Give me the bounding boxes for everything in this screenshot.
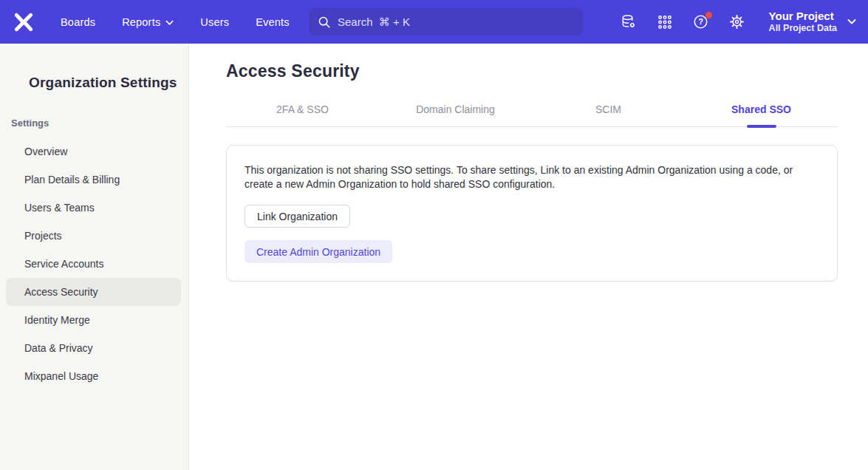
nav-link-events[interactable]: Events xyxy=(256,16,290,28)
sidebar-item-users-teams[interactable]: Users & Teams xyxy=(6,194,181,222)
project-switcher[interactable]: Your Project All Project Data xyxy=(769,10,856,34)
search-icon xyxy=(318,16,331,29)
sidebar-item-overview[interactable]: Overview xyxy=(6,137,181,166)
nav-link-users-label: Users xyxy=(200,16,229,28)
project-info: Your Project All Project Data xyxy=(769,10,837,34)
notification-dot xyxy=(705,12,712,18)
tab-scim[interactable]: SCIM xyxy=(532,103,685,126)
gear-icon[interactable] xyxy=(728,13,746,31)
access-security-tabs: 2FA & SSO Domain Claiming SCIM Shared SS… xyxy=(226,103,838,127)
shared-sso-description: This organization is not sharing SSO set… xyxy=(245,163,817,191)
project-name: Your Project xyxy=(769,10,834,23)
project-data-view: All Project Data xyxy=(769,23,837,34)
link-organization-button[interactable]: Link Organization xyxy=(245,205,350,228)
main-content: Access Security 2FA & SSO Domain Claimin… xyxy=(189,44,868,470)
search-input[interactable] xyxy=(338,16,559,28)
nav-link-reports-label: Reports xyxy=(122,16,160,28)
nav-links: Boards Reports Users Events xyxy=(61,16,290,28)
top-navbar: Boards Reports Users Events xyxy=(0,0,868,44)
apps-grid-icon[interactable] xyxy=(656,13,674,31)
sidebar-item-access-security[interactable]: Access Security xyxy=(6,278,181,306)
create-admin-organization-button[interactable]: Create Admin Organization xyxy=(245,240,392,263)
page-title: Access Security xyxy=(226,61,838,81)
sidebar-title: Organization Settings xyxy=(29,75,188,91)
svg-text:?: ? xyxy=(698,17,703,26)
search-bar[interactable] xyxy=(309,8,583,35)
nav-link-users[interactable]: Users xyxy=(200,16,229,28)
data-connections-icon[interactable] xyxy=(620,13,638,31)
nav-link-boards[interactable]: Boards xyxy=(61,16,95,28)
sidebar-item-projects[interactable]: Projects xyxy=(6,222,181,250)
tab-2fa-sso[interactable]: 2FA & SSO xyxy=(226,103,379,126)
help-icon[interactable]: ? xyxy=(692,13,710,31)
sidebar-item-identity-merge[interactable]: Identity Merge xyxy=(6,306,181,334)
sidebar-item-mixpanel-usage[interactable]: Mixpanel Usage xyxy=(6,362,181,390)
sidebar-items: Overview Plan Details & Billing Users & … xyxy=(0,137,188,390)
mixpanel-logo-icon[interactable] xyxy=(11,10,36,35)
navbar-right-tools: ? Your Project All Project Data xyxy=(620,0,856,44)
sidebar-item-plan-details-billing[interactable]: Plan Details & Billing xyxy=(6,166,181,194)
chevron-down-icon xyxy=(165,20,174,26)
tab-domain-claiming[interactable]: Domain Claiming xyxy=(379,103,532,126)
settings-sidebar: Organization Settings Settings Overview … xyxy=(0,44,189,470)
sidebar-section-label: Settings xyxy=(11,117,188,129)
chevron-down-icon xyxy=(847,18,856,25)
shared-sso-card: This organization is not sharing SSO set… xyxy=(226,145,838,282)
sidebar-item-data-privacy[interactable]: Data & Privacy xyxy=(6,334,181,362)
tab-shared-sso[interactable]: Shared SSO xyxy=(685,103,838,126)
nav-link-boards-label: Boards xyxy=(61,16,95,28)
sidebar-item-service-accounts[interactable]: Service Accounts xyxy=(6,250,181,278)
nav-link-reports[interactable]: Reports xyxy=(122,16,174,28)
nav-link-events-label: Events xyxy=(256,16,290,28)
card-actions: Link Organization Create Admin Organizat… xyxy=(245,191,819,263)
